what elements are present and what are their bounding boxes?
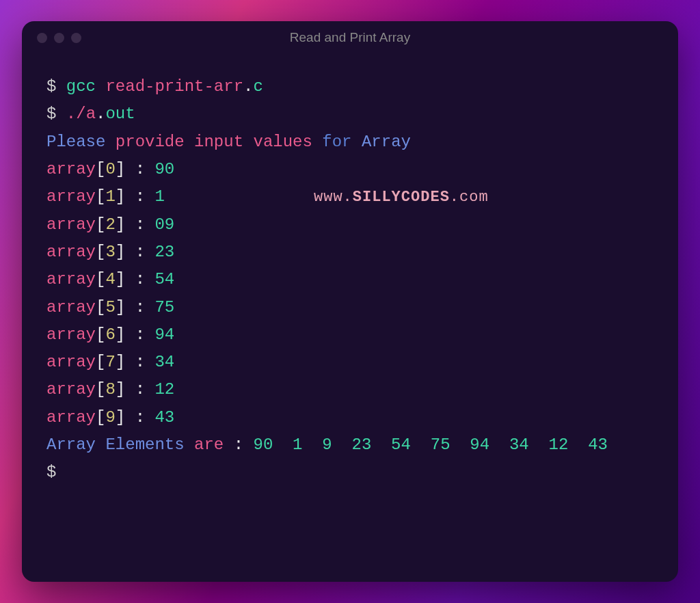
watermark-prefix: www. xyxy=(314,189,353,206)
bracket-open: [ xyxy=(96,325,105,344)
title-bar: Read and Print Array xyxy=(22,21,678,54)
colon: : xyxy=(135,380,145,399)
close-icon[interactable] xyxy=(37,33,47,43)
colon: : xyxy=(135,270,145,289)
array-index: 6 xyxy=(105,325,115,344)
word: Elements xyxy=(105,436,184,454)
compile-cmd: gcc xyxy=(66,77,96,96)
output-values: 90 1 9 23 54 75 94 34 12 43 xyxy=(253,436,607,454)
traffic-lights xyxy=(37,33,81,43)
array-label: array xyxy=(46,298,96,317)
array-label: array xyxy=(46,353,96,371)
array-index: 1 xyxy=(105,187,115,206)
minimize-icon[interactable] xyxy=(54,33,64,43)
array-label: array xyxy=(46,325,96,344)
array-label: array xyxy=(46,160,96,178)
run-base: a xyxy=(86,105,96,123)
colon: : xyxy=(135,243,145,261)
array-index: 7 xyxy=(105,353,115,371)
run-prefix: ./ xyxy=(66,105,86,123)
bracket-open: [ xyxy=(96,243,105,261)
dot: . xyxy=(96,105,105,123)
bracket-open: [ xyxy=(96,270,105,289)
colon: : xyxy=(135,215,145,234)
bracket-close: ] xyxy=(116,380,125,399)
bracket-open: [ xyxy=(96,380,105,399)
word: input xyxy=(194,133,243,151)
array-entry-line: array[3] : 23 xyxy=(46,239,654,266)
colon: : xyxy=(234,436,243,454)
bracket-close: ] xyxy=(116,408,125,427)
array-value: 43 xyxy=(154,408,174,427)
final-prompt-line: $ xyxy=(46,459,654,486)
compile-command-line: $ gcc read-print-arr.c xyxy=(46,73,654,100)
array-value: 12 xyxy=(154,380,174,399)
terminal-window: Read and Print Array $ gcc read-print-ar… xyxy=(22,21,678,582)
watermark: www.SILLYCODES.com xyxy=(314,185,489,211)
bracket-close: ] xyxy=(116,325,125,344)
terminal-body[interactable]: $ gcc read-print-arr.c $ ./a.out Please … xyxy=(22,54,678,582)
bracket-close: ] xyxy=(116,298,125,317)
run-ext: out xyxy=(105,105,135,123)
array-label: array xyxy=(46,380,96,399)
array-entry-line: array[6] : 94 xyxy=(46,321,654,349)
prompt-symbol: $ xyxy=(46,105,56,123)
watermark-brand: SILLYCODES xyxy=(353,189,450,206)
word: for xyxy=(322,133,351,151)
array-index: 8 xyxy=(105,380,115,399)
input-prompt-line: Please provide input values for Array xyxy=(46,129,654,156)
array-index: 2 xyxy=(105,215,115,234)
bracket-close: ] xyxy=(116,353,125,371)
array-value: 75 xyxy=(154,298,174,317)
array-entry-line: array[5] : 75 xyxy=(46,294,654,321)
colon: : xyxy=(135,353,145,371)
run-command-line: $ ./a.out xyxy=(46,100,654,128)
prompt-symbol: $ xyxy=(46,463,56,481)
bracket-open: [ xyxy=(96,298,105,317)
bracket-close: ] xyxy=(116,270,125,289)
colon: : xyxy=(135,298,145,317)
array-index: 4 xyxy=(105,270,115,289)
colon: : xyxy=(135,325,145,344)
bracket-open: [ xyxy=(96,408,105,427)
word: values xyxy=(253,133,312,151)
array-entry-line: array[0] : 90 xyxy=(46,156,654,183)
array-index: 3 xyxy=(105,243,115,261)
array-value: 1 xyxy=(154,187,164,206)
colon: : xyxy=(135,408,145,427)
prompt-symbol: $ xyxy=(46,77,56,96)
array-value: 94 xyxy=(154,325,174,344)
array-entry-line: array[4] : 54 xyxy=(46,266,654,293)
array-value: 90 xyxy=(154,160,174,178)
array-label: array xyxy=(46,187,96,206)
array-label: array xyxy=(46,215,96,234)
array-index: 5 xyxy=(105,298,115,317)
array-index: 0 xyxy=(105,160,115,178)
compile-file-ext: c xyxy=(253,77,262,96)
array-entry-line: array[9] : 43 xyxy=(46,404,654,431)
array-value: 09 xyxy=(154,215,174,234)
dot: . xyxy=(243,77,253,96)
array-value: 34 xyxy=(154,353,174,371)
bracket-close: ] xyxy=(116,160,125,178)
colon: : xyxy=(135,187,145,206)
maximize-icon[interactable] xyxy=(71,33,81,43)
bracket-open: [ xyxy=(96,160,105,178)
word: Please xyxy=(46,133,105,151)
word: Array xyxy=(46,436,96,454)
word: Array xyxy=(362,133,411,151)
bracket-open: [ xyxy=(96,215,105,234)
array-value: 54 xyxy=(154,270,174,289)
array-index: 9 xyxy=(105,408,115,427)
colon: : xyxy=(135,160,145,178)
array-label: array xyxy=(46,243,96,261)
array-entry-line: array[8] : 12 xyxy=(46,376,654,403)
array-entry-line: array[7] : 34 xyxy=(46,349,654,376)
word: are xyxy=(194,436,224,454)
bracket-open: [ xyxy=(96,353,105,371)
compile-file-base: read-print-arr xyxy=(105,77,243,96)
bracket-close: ] xyxy=(116,243,125,261)
output-line: Array Elements are : 90 1 9 23 54 75 94 … xyxy=(46,431,654,459)
array-value: 23 xyxy=(154,243,174,261)
array-label: array xyxy=(46,270,96,289)
